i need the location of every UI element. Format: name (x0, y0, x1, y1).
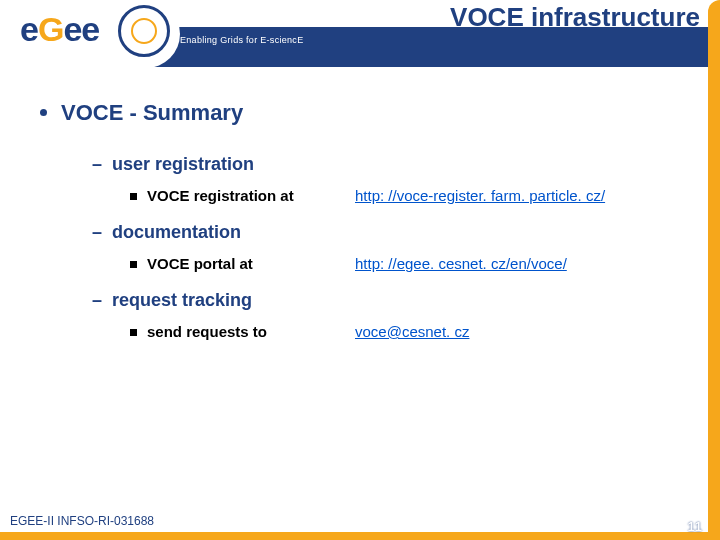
logo-letter-g: G (38, 10, 63, 48)
slide-body: VOCE - Summary –user registration VOCE r… (0, 100, 720, 510)
dash-icon: – (92, 222, 102, 242)
subheading-user-registration: –user registration (92, 154, 720, 175)
contact-email-link[interactable]: voce@cesnet. cz (355, 323, 469, 340)
square-bullet-icon (130, 193, 137, 200)
item-label: send requests to (130, 323, 355, 340)
logo-text: eGee (20, 10, 99, 49)
subheading-label: user registration (112, 154, 254, 174)
logo-ring-inner-icon (131, 18, 157, 44)
dash-icon: – (92, 154, 102, 174)
header-tagline: Enabling Grids for E-sciencE (180, 35, 303, 45)
registration-link[interactable]: http: //voce-register. farm. particle. c… (355, 187, 605, 204)
list-item: VOCE portal at http: //egee. cesnet. cz/… (130, 255, 720, 272)
list-item: VOCE registration at http: //voce-regist… (130, 187, 720, 204)
logo-letter-ee: ee (63, 10, 99, 48)
logo-letter-e: e (20, 10, 38, 48)
item-label: VOCE registration at (130, 187, 355, 204)
item-label: VOCE portal at (130, 255, 355, 272)
egee-logo: eGee (0, 0, 180, 68)
page-number: 11 (688, 519, 702, 534)
dash-icon: – (92, 290, 102, 310)
footer-bar (0, 532, 720, 540)
heading-text: VOCE - Summary (61, 100, 243, 125)
list-item: send requests to voce@cesnet. cz (130, 323, 720, 340)
portal-link[interactable]: http: //egee. cesnet. cz/en/voce/ (355, 255, 567, 272)
subheading-request-tracking: –request tracking (92, 290, 720, 311)
subheading-label: documentation (112, 222, 241, 242)
square-bullet-icon (130, 261, 137, 268)
subheading-label: request tracking (112, 290, 252, 310)
subheading-documentation: –documentation (92, 222, 720, 243)
slide: VOCE infrastructure Enabling Grids for E… (0, 0, 720, 540)
heading-level1: VOCE - Summary (40, 100, 720, 126)
footer-reference: EGEE-II INFSO-RI-031688 (10, 514, 154, 528)
bullet-icon (40, 109, 47, 116)
square-bullet-icon (130, 329, 137, 336)
